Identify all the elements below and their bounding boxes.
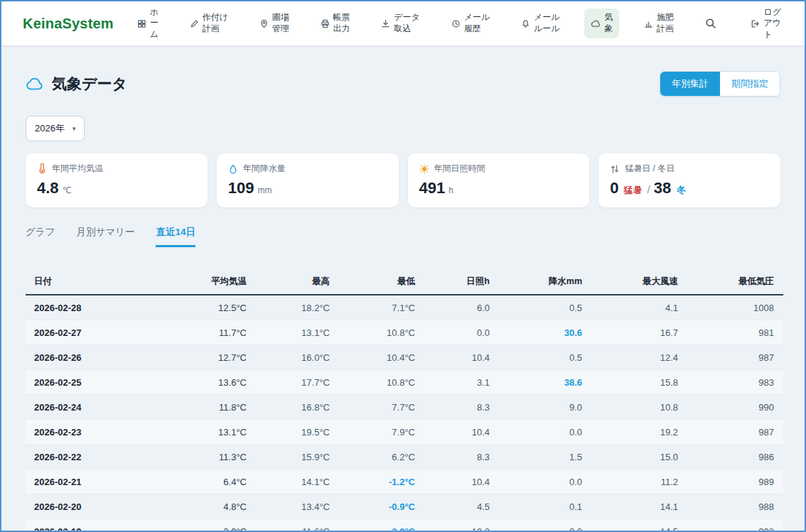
nav-label-line: ルール	[534, 23, 560, 35]
column-header: 最低気圧	[678, 268, 783, 295]
date-cell: 2026-02-27	[26, 320, 165, 345]
nav-item-report-output[interactable]: 帳票出力	[314, 9, 357, 38]
stat-cards: 年間平均気温 4.8 ℃ 年間降水量 109 mm 年間日照時間 4	[26, 153, 780, 207]
stat-label: 年間平均気温	[52, 163, 103, 175]
value-cell: 30.6	[490, 320, 582, 345]
date-cell: 2026-02-24	[26, 395, 165, 420]
toggle-period-button[interactable]: 期間指定	[720, 72, 780, 96]
table-row: 2026-02-2313.1°C19.5°C7.9°C10.40.019.298…	[26, 420, 783, 445]
nav-label-line: 作付け	[203, 12, 228, 23]
value-cell: 10.4	[415, 345, 490, 370]
nav-item-mail-history[interactable]: メール履歴	[445, 9, 497, 38]
value-cell: 981	[678, 320, 783, 345]
stat-part-sep: /	[648, 183, 650, 195]
date-cell: 2026-02-20	[26, 494, 165, 519]
nav-label-line: メール	[534, 12, 560, 23]
nav-label-line: 計画	[657, 23, 674, 35]
view-toggle: 年別集計 期間指定	[660, 71, 780, 97]
value-cell: 11.3°C	[165, 445, 247, 469]
value-cell: 10.8°C	[330, 370, 415, 395]
nav-label-line: データ	[394, 12, 420, 23]
nav-item-search[interactable]	[699, 14, 726, 33]
value-cell: -1.2°C	[330, 469, 415, 494]
value-cell: 11.6°C	[247, 519, 330, 532]
stat-unit: mm	[257, 185, 272, 195]
stat-part-num: 0	[610, 179, 618, 197]
chart-icon	[644, 19, 653, 28]
weather-table-head-row: 日付平均気温最高最低日照h降水mm最大風速最低気圧	[26, 268, 783, 295]
column-header: 日照h	[415, 268, 490, 295]
value-cell: 7.7°C	[330, 395, 415, 420]
cloud-icon	[591, 19, 601, 28]
stat-part-cold: 冬	[677, 184, 686, 197]
value-cell: 14.1°C	[247, 469, 330, 494]
main-nav: ホーム 作付け計画 圃場管理 帳票出力 データ取込 メール履歴 メールルール	[131, 4, 788, 44]
tab-last-14-days[interactable]: 直近14日	[156, 226, 195, 247]
stat-card-sunshine: 年間日照時間 491 h	[408, 153, 590, 207]
brand-logo[interactable]: KeinaSystem	[23, 16, 114, 32]
nav-item-home[interactable]: ホーム	[131, 4, 165, 44]
logout-icon	[751, 19, 760, 28]
value-cell: 0.0	[490, 469, 582, 494]
value-cell: 14.1	[582, 494, 678, 519]
toggle-yearly-button[interactable]: 年別集計	[660, 72, 720, 96]
nav-label-line: 計画	[203, 23, 228, 35]
date-cell: 2026-02-22	[26, 445, 165, 469]
table-row: 2026-02-216.4°C14.1°C-1.2°C10.40.011.298…	[26, 469, 783, 494]
value-cell: 10.3	[415, 519, 490, 532]
nav-label-line: 施肥	[657, 12, 674, 23]
value-cell: 15.0	[582, 445, 678, 469]
year-select-value: 2026年	[35, 122, 65, 135]
value-cell: 15.8	[582, 370, 678, 395]
nav-label-line: 取込	[394, 23, 420, 35]
stat-value: 491	[419, 179, 446, 197]
nav-label-line: メール	[464, 12, 490, 23]
stat-part-hot: 猛暑	[624, 184, 643, 197]
value-cell: 0.5	[490, 345, 582, 370]
thermometer-icon	[37, 163, 47, 174]
stat-value: 4.8	[37, 179, 59, 197]
printer-icon	[321, 19, 330, 28]
value-cell: 10.4	[415, 420, 490, 445]
value-cell: 988	[678, 494, 783, 519]
value-cell: 11.8°C	[165, 395, 247, 420]
value-cell: 987	[678, 420, 783, 445]
hot-cold-icon	[610, 164, 620, 174]
year-select[interactable]: 2026年 ▾	[26, 116, 85, 141]
nav-item-field-management[interactable]: 圃場管理	[253, 9, 296, 38]
stat-value: 109	[228, 179, 254, 197]
stat-unit: h	[448, 185, 453, 195]
nav-label-line: ホ	[150, 7, 158, 18]
tab-graph[interactable]: グラフ	[26, 226, 55, 247]
value-cell: 11.7°C	[165, 320, 247, 345]
nav-item-logout[interactable]: ログアウト	[744, 4, 788, 44]
chevron-down-icon: ▾	[72, 125, 76, 132]
nav-item-data-import[interactable]: データ取込	[375, 9, 426, 38]
table-row: 2026-02-204.8°C13.4°C-0.9°C4.50.114.1988	[26, 494, 783, 519]
value-cell: 13.1°C	[165, 420, 247, 445]
column-header: 最大風速	[582, 268, 678, 295]
nav-item-planting-plan[interactable]: 作付け計画	[183, 9, 235, 38]
nav-label-line: ー	[150, 18, 158, 29]
value-cell: 13.1°C	[247, 320, 330, 345]
stat-part-num: 38	[654, 179, 671, 197]
nav-item-fertilization-plan[interactable]: 施肥計画	[638, 9, 680, 38]
nav-item-mail-rules[interactable]: メールルール	[515, 9, 566, 38]
value-cell: 4.1	[582, 295, 678, 320]
bell-icon	[521, 19, 530, 28]
nav-label-line: 象	[604, 23, 613, 35]
weather-table-body: 2026-02-2812.5°C18.2°C7.1°C6.00.54.11008…	[26, 295, 783, 532]
droplet-icon	[228, 164, 238, 174]
stat-card-precipitation: 年間降水量 109 mm	[217, 153, 399, 207]
stat-label: 年間日照時間	[434, 163, 485, 175]
value-cell: 4.8°C	[165, 494, 247, 519]
value-cell: 13.4°C	[247, 494, 330, 519]
value-cell: 7.1°C	[330, 295, 415, 320]
nav-item-weather[interactable]: 気象	[584, 9, 619, 38]
tab-monthly-summary[interactable]: 月別サマリー	[76, 226, 134, 247]
value-cell: 19.5°C	[247, 420, 330, 445]
date-cell: 2026-02-25	[26, 370, 165, 395]
nav-label-line: 気	[604, 12, 613, 23]
table-row: 2026-02-2513.6°C17.7°C10.8°C3.138.615.89…	[26, 370, 783, 395]
value-cell: 18.2°C	[247, 295, 330, 320]
